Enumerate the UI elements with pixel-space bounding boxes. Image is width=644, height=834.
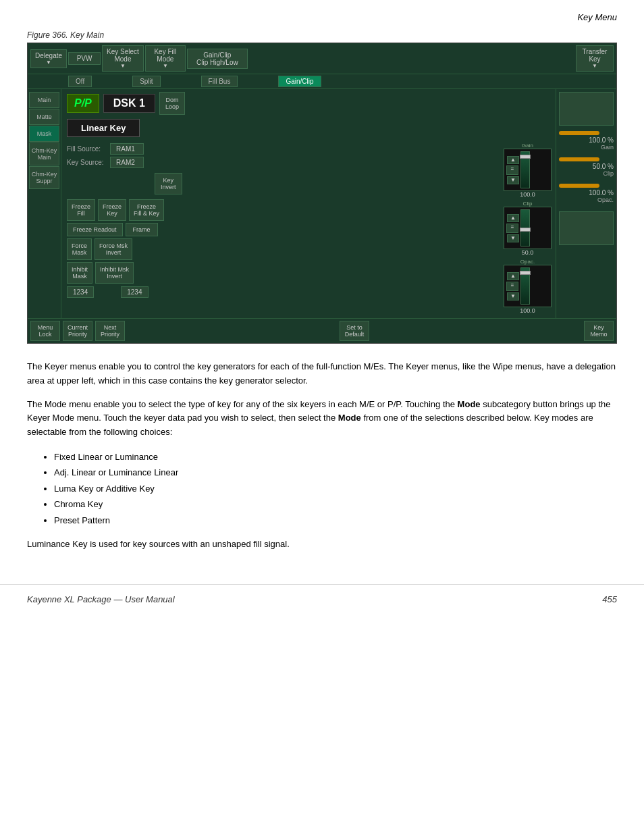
mode-bold-2: Mode: [338, 413, 361, 423]
freeze-readout-row: Freeze Readout Frame: [67, 223, 500, 236]
gain-down-arrow[interactable]: ▼: [507, 176, 519, 184]
left-sidebar: Main Matte Mask Chm-KeyMain Chm-KeySuppr: [28, 89, 61, 318]
gain-vslider[interactable]: [520, 151, 530, 188]
opac-up-arrow[interactable]: ▲: [507, 272, 519, 280]
force-mask-button[interactable]: ForceMask: [67, 238, 92, 260]
opac-thumb: [520, 271, 531, 275]
gain-slider-handle[interactable]: ≡: [506, 165, 518, 175]
force-mask-row: ForceMask Force MskInvert: [67, 238, 500, 260]
right-opac-group: 100.0 % Opac.: [559, 182, 614, 203]
delegate-arrow-icon: ▼: [35, 59, 62, 66]
freeze-readout-button[interactable]: Freeze Readout: [67, 223, 123, 236]
opac-vslider[interactable]: [520, 267, 530, 305]
number-row: 1234 1234: [67, 286, 500, 298]
clip-slider-block: ▲ ≡ ▼: [504, 207, 552, 249]
center-panel: P/P DSK 1 DomLoop Linear Key Fill Sourc: [61, 89, 556, 318]
ui-panel: Delegate ▼ PVW Key SelectMode ▼ Key Fill…: [27, 43, 617, 344]
content-area: Main Matte Mask Chm-KeyMain Chm-KeySuppr…: [28, 89, 616, 318]
key-fill-arrow-icon: ▼: [150, 63, 181, 69]
gain-slider-arrows: ▲ ≡ ▼: [506, 156, 520, 184]
dsk1-button[interactable]: DSK 1: [103, 94, 155, 113]
clip-vslider[interactable]: [520, 209, 530, 246]
freeze-row: FreezeFill FreezeKey FreezeFill & Key: [67, 199, 500, 221]
freeze-fill-key-button[interactable]: FreezeFill & Key: [129, 199, 164, 221]
sources-area: Fill Source: RAM1 Key Source: RAM2 KeyIn…: [64, 141, 500, 315]
paragraph-2: The Mode menu enable you to select the t…: [27, 398, 617, 440]
key-source-value[interactable]: RAM2: [110, 157, 144, 168]
transfer-key-button[interactable]: TransferKey ▼: [576, 45, 614, 72]
opac-slider-handle[interactable]: ≡: [506, 282, 518, 291]
fill-source-value[interactable]: RAM1: [110, 143, 144, 155]
menu-lock-button[interactable]: MenuLock: [30, 321, 60, 341]
sidebar-item-chm-key-suppr[interactable]: Chm-KeySuppr: [29, 166, 59, 189]
freeze-key-button[interactable]: FreezeKey: [98, 199, 126, 221]
key-select-mode-button[interactable]: Key SelectMode ▼: [102, 45, 144, 72]
set-to-default-button[interactable]: Set toDefault: [340, 321, 369, 341]
paragraph-1: The Keyer menus enable you to control th…: [27, 360, 617, 388]
delegate-button[interactable]: Delegate ▼: [30, 49, 67, 68]
right-clip-track[interactable]: [559, 157, 599, 161]
gain-up-arrow[interactable]: ▲: [507, 156, 519, 164]
opac-down-arrow[interactable]: ▼: [507, 292, 519, 301]
key-invert-button[interactable]: KeyInvert: [155, 173, 182, 194]
list-item: Luma Key or Additive Key: [54, 481, 617, 496]
paragraph-3: Luminance Key is used for key sources wi…: [27, 538, 617, 552]
clip-down-arrow[interactable]: ▼: [507, 234, 519, 242]
right-gain-track[interactable]: [559, 131, 599, 135]
key-select-arrow-icon: ▼: [107, 63, 139, 69]
next-priority-button[interactable]: NextPriority: [95, 321, 125, 341]
right-top-box: [559, 92, 614, 126]
gain-clip-button[interactable]: Gain/ClipClip High/Low: [187, 49, 248, 69]
key-memo-button[interactable]: KeyMemo: [584, 321, 614, 341]
key-source-label: Key Source:: [67, 159, 107, 166]
number-input-1[interactable]: 1234: [67, 286, 94, 298]
force-msk-invert-button[interactable]: Force MskInvert: [95, 238, 132, 260]
opac-slider-arrows: ▲ ≡ ▼: [506, 272, 520, 301]
gain-clip-second-button[interactable]: Gain/Clip: [278, 76, 321, 87]
pp-dsk-row: P/P DSK 1 DomLoop: [67, 92, 553, 115]
right-gain-value: 100.0 %: [559, 136, 614, 144]
gain-slider-value: 100.0: [504, 191, 552, 198]
clip-up-arrow[interactable]: ▲: [507, 214, 519, 222]
fill-source-row: Fill Source: RAM1: [67, 143, 500, 155]
clip-slider-value: 50.0: [504, 249, 552, 256]
right-clip-group: 50.0 % Clip: [559, 156, 614, 177]
page-header: Key Menu: [0, 0, 644, 25]
figure-caption: Figure 366. Key Main: [0, 25, 644, 43]
clip-slider-label: Clip: [504, 201, 552, 207]
list-item: Preset Pattern: [54, 513, 617, 528]
linear-key-button[interactable]: Linear Key: [67, 119, 140, 137]
key-invert-area: KeyInvert: [107, 171, 500, 197]
current-priority-button[interactable]: CurrentPriority: [63, 321, 92, 341]
footer-left: Kayenne XL Package — User Manual: [27, 594, 175, 604]
list-item: Chroma Key: [54, 496, 617, 512]
key-fill-mode-button[interactable]: Key FillMode ▼: [145, 45, 186, 72]
sidebar-item-chm-key-main[interactable]: Chm-KeyMain: [29, 142, 59, 165]
list-item: Fixed Linear or Luminance: [54, 449, 617, 465]
sidebar-item-main[interactable]: Main: [29, 92, 59, 108]
right-opac-track[interactable]: [559, 184, 599, 188]
key-source-row: Key Source: RAM2: [67, 157, 500, 168]
split-button[interactable]: Split: [132, 76, 160, 87]
mode-bold-1: Mode: [458, 399, 481, 409]
inhibit-mask-button[interactable]: InhibitMask: [67, 262, 92, 284]
pvw-button[interactable]: PVW: [68, 52, 101, 65]
frame-button[interactable]: Frame: [126, 223, 158, 236]
clip-slider-group: Clip ▲ ≡ ▼ 50.0: [504, 201, 552, 256]
top-bar: Delegate ▼ PVW Key SelectMode ▼ Key Fill…: [28, 43, 616, 74]
dom-loop-button[interactable]: DomLoop: [159, 92, 185, 115]
off-button[interactable]: Off: [68, 76, 92, 87]
page-header-text: Key Menu: [577, 12, 617, 22]
pp-button[interactable]: P/P: [67, 94, 99, 113]
text-area: The Keyer menus enable you to control th…: [0, 344, 644, 577]
inhibit-msk-invert-button[interactable]: Inhibit MskInvert: [95, 262, 134, 284]
fill-bus-button[interactable]: Fill Bus: [201, 76, 238, 87]
freeze-fill-button[interactable]: FreezeFill: [67, 199, 95, 221]
number-input-2[interactable]: 1234: [121, 286, 148, 298]
opac-slider-group: Opac. ▲ ≡ ▼ 100.0: [504, 259, 552, 314]
gain-slider-group: Gain ▲ ≡ ▼ 100.0: [504, 142, 552, 198]
opac-slider-value: 100.0: [504, 307, 552, 314]
sidebar-item-matte[interactable]: Matte: [29, 109, 59, 125]
sidebar-item-mask[interactable]: Mask: [29, 126, 59, 142]
clip-slider-handle[interactable]: ≡: [506, 224, 518, 233]
